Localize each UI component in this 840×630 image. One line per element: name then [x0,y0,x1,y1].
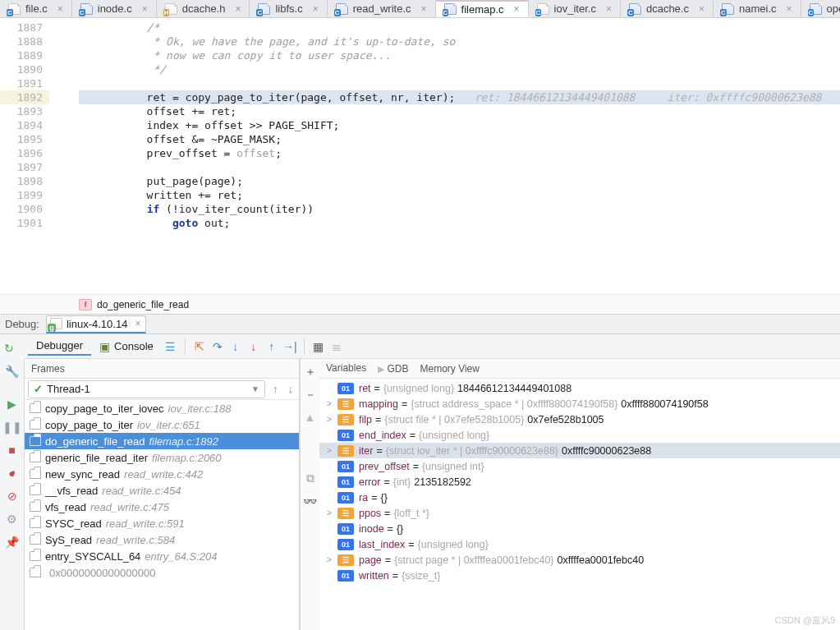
variable-row[interactable]: 01 written = {ssize_t} [319,568,840,583]
variable-list[interactable]: 01 ret = {unsigned long} 184466121344494… [319,379,840,630]
tab-gdb[interactable]: ▶ GDB [378,363,408,375]
struct-icon: ☰ [337,445,354,457]
thread-selector[interactable]: ✓ Thread-1 ▼ [28,380,265,398]
variable-row[interactable]: >☰ filp = {struct file * | 0x7efe528b100… [319,412,840,427]
close-icon[interactable]: × [135,318,140,329]
close-icon[interactable]: × [606,3,612,15]
evaluate-expression-button[interactable]: ▦ [310,338,328,356]
rerun-button[interactable]: ↻ [0,339,18,357]
tab-namei-c[interactable]: Cnamei.c× [714,0,801,17]
close-icon[interactable]: × [514,3,520,15]
close-icon[interactable]: × [421,3,427,15]
glasses-icon[interactable]: 👓 [301,492,319,510]
tab-file-c[interactable]: Cfile.c× [0,0,72,17]
stack-frame[interactable]: SYSC_read read_write.c:591 [25,515,299,531]
threads-button[interactable]: ☰ [162,338,180,356]
check-icon: ✓ [34,383,43,395]
variable-row[interactable]: >☰ iter = {struct iov_iter * | 0xffffc90… [319,443,840,458]
tab-dcache-h[interactable]: Hdcache.h× [157,0,250,17]
primitive-icon: 01 [337,430,354,441]
primitive-icon: 01 [337,570,354,582]
stack-frame[interactable]: SyS_read read_write.c:584 [25,531,299,548]
tab-memory-view[interactable]: Memory View [420,363,480,375]
next-frame-button[interactable]: ↓ [286,383,296,395]
watermark: CSDN @蓝风9 [774,614,835,627]
tab-debugger[interactable]: Debugger [28,338,91,356]
close-icon[interactable]: × [313,3,319,15]
wrench-icon[interactable]: 🔧 [3,362,21,380]
variable-row[interactable]: >☰ mapping = {struct address_space * | 0… [319,396,840,412]
stack-frame[interactable]: new_sync_read read_write.c:442 [25,466,299,482]
stack-frame[interactable]: generic_file_read_iter filemap.c:2060 [25,449,299,466]
primitive-icon: 01 [337,492,354,504]
resume-button[interactable]: ▶ [3,395,21,413]
stack-frame[interactable]: entry_SYSCALL_64 entry_64.S:204 [25,548,299,564]
settings-button[interactable]: ⚙ [3,510,21,528]
pause-button[interactable]: ❚❚ [3,418,21,436]
force-step-into-button[interactable]: ↓ [245,338,263,356]
close-icon[interactable]: × [699,3,705,15]
step-into-button[interactable]: ↓ [227,338,245,356]
tab-inode-c[interactable]: Cinode.c× [72,0,157,17]
frame-icon [30,568,41,577]
debug-panels: 🔧 ▶ ❚❚ ■ ●● ⊘ ⚙ 📌 Frames ✓ Thread-1 ▼ ↑ … [0,359,840,630]
variable-row[interactable]: 01 end_index = {unsigned long} [319,427,840,443]
mute-breakpoints-button[interactable]: ⊘ [3,487,21,505]
step-over-button[interactable]: ↷ [209,338,227,356]
run-config-chip[interactable]: linux-4.10.14 × [46,315,146,333]
variable-row[interactable]: >☰ page = {struct page * | 0xffffea0001f… [319,552,840,568]
view-breakpoints-button[interactable]: ●● [3,464,21,482]
frame-icon [30,535,41,545]
stack-frame[interactable]: __vfs_read read_write.c:454 [25,482,299,499]
run-config-name: linux-4.10.14 [67,318,127,330]
primitive-icon: 01 [337,383,354,394]
breadcrumb-label: do_generic_file_read [97,295,189,315]
pin-button[interactable]: 📌 [3,533,21,551]
code-area[interactable]: /* * Ok, we have the page, and it's up-t… [79,18,840,294]
close-icon[interactable]: × [235,3,241,15]
stack-frame[interactable]: 0x0000000000000000 [25,564,299,581]
tab-console[interactable]: ▣ Console [91,338,162,356]
close-icon[interactable]: × [142,3,148,15]
tab-variables[interactable]: Variables [326,362,366,375]
stack-frame[interactable]: copy_page_to_iter_iovec iov_iter.c:188 [25,400,299,416]
variable-row[interactable]: 01 inode = {} [319,521,840,536]
more-button[interactable]: ≣ [328,338,346,356]
thread-selector-row: ✓ Thread-1 ▼ ↑ ↓ [25,379,299,400]
debug-side-toolbar: 🔧 ▶ ❚❚ ■ ●● ⊘ ⚙ 📌 [0,359,25,630]
variable-row[interactable]: 01 ra = {} [319,490,840,505]
stack-frame[interactable]: vfs_read read_write.c:475 [25,499,299,515]
stack-frame[interactable]: do_generic_file_read filemap.c:1892 [25,433,299,449]
plus-icon[interactable]: ＋ [301,362,319,380]
close-icon[interactable]: × [57,3,63,15]
file-c-icon: C [8,3,21,15]
up-arrow-icon[interactable]: ▲ [301,408,319,426]
breadcrumb[interactable]: f do_generic_file_read [0,294,840,314]
stack-frame[interactable]: copy_page_to_iter iov_iter.c:651 [25,416,299,433]
debug-toolbar: Debugger ▣ Console ☰ ⇱ ↷ ↓ ↓ ↑ →| ▦ ≣ [25,334,840,358]
tab-read_write-c[interactable]: Cread_write.c× [328,0,436,17]
tab-iov_iter-c[interactable]: Ciov_iter.c× [529,0,621,17]
prev-frame-button[interactable]: ↑ [270,383,281,395]
frame-list[interactable]: copy_page_to_iter_iovec iov_iter.c:188co… [25,400,299,630]
variable-row[interactable]: 01 prev_offset = {unsigned int} [319,458,840,474]
close-icon[interactable]: × [787,3,792,15]
variable-row[interactable]: 01 ret = {unsigned long} 184466121344494… [319,380,840,396]
chevron-down-icon: ▼ [251,384,259,393]
copy-icon[interactable]: ⧉ [301,469,319,487]
minus-icon[interactable]: － [301,385,319,403]
struct-icon: ☰ [337,508,354,519]
tab-libfs-c[interactable]: Clibfs.c× [250,0,327,17]
struct-icon: ☰ [337,414,354,425]
step-out-button[interactable]: ↑ [263,338,281,356]
run-to-cursor-button[interactable]: →| [281,338,299,356]
variable-row[interactable]: >☰ ppos = {loff_t *} [319,505,840,521]
show-execution-point-button[interactable]: ⇱ [190,338,209,356]
tab-open[interactable]: Copen× [801,0,840,17]
tab-filemap-c[interactable]: Cfilemap.c× [436,0,529,17]
stop-button[interactable]: ■ [3,441,21,459]
variable-row[interactable]: 01 last_index = {unsigned long} [319,536,840,552]
tab-dcache-c[interactable]: Cdcache.c× [621,0,714,17]
variable-row[interactable]: 01 error = {int} 2135182592 [319,474,840,490]
run-config-icon [50,318,62,329]
